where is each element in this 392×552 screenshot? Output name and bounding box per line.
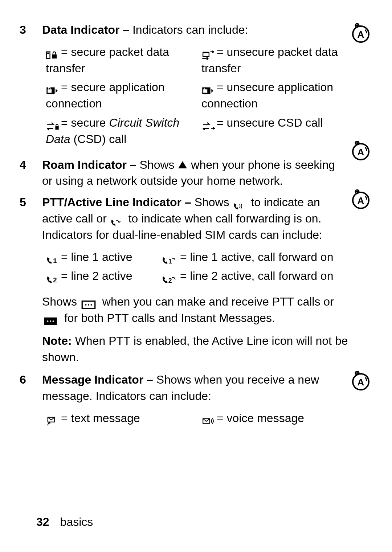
text-message-icon: [46, 414, 60, 424]
cell-text: = secure: [61, 116, 109, 129]
active-call-icon: [233, 199, 246, 208]
page-number: 32: [36, 515, 49, 528]
item-title: Data Indicator –: [42, 23, 132, 36]
secure-packet-icon: [46, 48, 60, 57]
feature-badge-icon: [351, 141, 371, 161]
ptt-paragraph: Shows when you can make and receive PTT …: [20, 294, 372, 326]
cell-text: = line 1 active, call forward on: [180, 250, 333, 263]
section-name: basics: [60, 515, 93, 528]
secure-csd-icon: [46, 119, 60, 128]
unsecure-app-icon: [201, 83, 215, 93]
line2-fwd-icon: [161, 272, 179, 282]
roam-triangle-icon: [178, 161, 187, 168]
item-title: Roam Indicator –: [42, 158, 140, 171]
page-footer: 32basics: [36, 514, 93, 530]
item-body-text: Shows: [195, 196, 233, 209]
unsecure-csd-icon: [201, 119, 215, 128]
feature-badge-icon: [351, 371, 371, 391]
cell-text: = secure application connection: [46, 81, 165, 110]
cell-text: = text message: [61, 412, 140, 425]
list-item-4: 4 Roam Indicator – Shows when your phone…: [20, 157, 372, 189]
item-body-text: Shows: [140, 158, 178, 171]
line-indicator-table: = line 1 active = line 2 active = line 1…: [20, 249, 372, 287]
item-number: 5: [20, 194, 42, 210]
item-number: 4: [20, 157, 42, 173]
line1-fwd-icon: [161, 253, 179, 262]
item-tail: Indicators can include:: [132, 23, 248, 36]
item-number: 6: [20, 372, 42, 388]
text: Shows: [42, 295, 80, 308]
cell-text: = line 2 active, call forward on: [180, 269, 333, 282]
line2-icon: [46, 272, 60, 282]
ptt-outline-icon: [80, 298, 98, 307]
voice-message-icon: [201, 414, 215, 424]
cell-text: = unsecure application connection: [201, 81, 333, 110]
item-title: PTT/Active Line Indicator –: [42, 196, 195, 209]
cell-text: = line 1 active: [61, 250, 132, 263]
item-title: Message Indicator –: [42, 373, 156, 386]
item-number: 3: [20, 22, 42, 38]
cell-text: = line 2 active: [61, 269, 132, 282]
cell-text: = unsecure CSD call: [217, 116, 323, 129]
cell-text: = secure packet data transfer: [46, 45, 169, 75]
ptt-filled-icon: [42, 314, 60, 324]
note-body: When PTT is enabled, the Active Line ico…: [42, 334, 348, 364]
secure-app-icon: [46, 83, 60, 93]
list-item-5: 5 PTT/Active Line Indicator – Shows to i…: [20, 194, 372, 243]
feature-badge-icon: [351, 23, 371, 44]
data-indicator-table: = secure packet data transfer = secure a…: [20, 44, 372, 150]
feature-badge-icon: [351, 189, 371, 210]
message-indicator-table: = text message = voice message: [20, 410, 372, 429]
cell-text: = unsecure packet data transfer: [201, 45, 338, 75]
text: when you can make and receive PTT calls …: [102, 295, 334, 308]
unsecure-packet-icon: [201, 48, 215, 57]
cell-text: = voice message: [217, 412, 304, 425]
text: for both PTT calls and Instant Messages.: [64, 311, 275, 324]
call-forward-icon: [110, 215, 124, 224]
note-label: Note:: [42, 334, 72, 347]
cell-text: (CSD) call: [70, 132, 127, 146]
ptt-note: Note: When PTT is enabled, the Active Li…: [20, 333, 372, 365]
list-item-3: 3 Data Indicator – Indicators can includ…: [20, 22, 372, 38]
list-item-6: 6 Message Indicator – Shows when you rec…: [20, 372, 372, 404]
line1-icon: [46, 253, 60, 262]
